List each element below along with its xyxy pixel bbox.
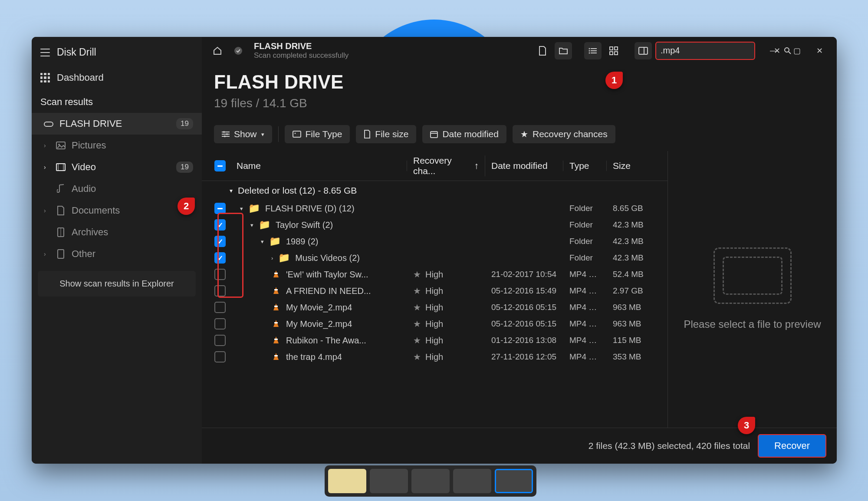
- column-date[interactable]: Date modified: [485, 161, 563, 171]
- file-type-filter[interactable]: File Type: [285, 125, 350, 143]
- recovery-value: High: [425, 319, 443, 329]
- file-icon-button[interactable]: [534, 42, 551, 59]
- sidebar-item-archives[interactable]: Archives: [32, 221, 202, 243]
- type-value: MP4 Vi...: [563, 270, 607, 279]
- row-name: the trap 4.mp4: [286, 352, 342, 362]
- row-checkbox[interactable]: [214, 219, 226, 231]
- column-type[interactable]: Type: [563, 161, 607, 171]
- select-all-checkbox[interactable]: [214, 160, 226, 171]
- scan-results-label: Scan results: [32, 91, 202, 113]
- other-icon: [56, 249, 66, 259]
- row-checkbox[interactable]: [214, 236, 226, 247]
- tree-caret-icon[interactable]: ▾: [261, 238, 264, 245]
- search-input[interactable]: [661, 46, 770, 56]
- minimize-button[interactable]: —: [767, 43, 780, 58]
- taskbar-thumb[interactable]: [411, 469, 450, 493]
- file-row[interactable]: 'Ew!' with Taylor Sw...★High21-02-2017 1…: [202, 266, 667, 283]
- folder-row[interactable]: ▾📁1989 (2)Folder42.3 MB: [202, 233, 667, 250]
- sidebar-dashboard[interactable]: Dashboard: [32, 64, 202, 91]
- date-value: 05-12-2016 15:49: [485, 286, 563, 296]
- menu-icon[interactable]: [40, 49, 50, 56]
- recovery-chances-filter[interactable]: ★ Recovery chances: [513, 125, 615, 143]
- column-name[interactable]: Name: [230, 161, 407, 171]
- taskbar-thumbnails: [325, 465, 536, 497]
- maximize-button[interactable]: ▢: [791, 43, 803, 58]
- type-value: Folder: [563, 253, 607, 263]
- taskbar-thumb[interactable]: [370, 469, 408, 493]
- tree-caret-icon[interactable]: ▾: [250, 222, 253, 228]
- file-row[interactable]: My Movie_2.mp4★High05-12-2016 05:15MP4 V…: [202, 316, 667, 332]
- taskbar-thumb[interactable]: [453, 469, 491, 493]
- star-icon: ★: [413, 302, 421, 313]
- svg-point-14: [589, 50, 590, 51]
- sidebar-item-label: FLASH DRIVE: [59, 118, 122, 129]
- file-row[interactable]: Rubikon - The Awa...★High01-12-2016 13:0…: [202, 332, 667, 349]
- row-checkbox[interactable]: [214, 285, 226, 297]
- folder-icon: 📁: [278, 252, 290, 264]
- folder-row[interactable]: ›📁Music Videos (2)Folder42.3 MB: [202, 250, 667, 266]
- row-checkbox[interactable]: [214, 351, 226, 363]
- date-value: 01-12-2016 13:08: [485, 336, 563, 345]
- star-icon: ★: [413, 286, 421, 296]
- star-icon: ★: [413, 269, 421, 280]
- home-button[interactable]: [209, 42, 226, 59]
- list-view-button[interactable]: [584, 42, 602, 59]
- size-value: 42.3 MB: [607, 220, 659, 230]
- column-recovery[interactable]: Recovery cha... ↑: [407, 155, 485, 176]
- file-row[interactable]: My Movie_2.mp4★High05-12-2016 05:15MP4 V…: [202, 299, 667, 316]
- row-checkbox[interactable]: [214, 269, 226, 280]
- sidebar-item-pictures[interactable]: › Pictures: [32, 135, 202, 156]
- svg-rect-32: [431, 132, 437, 138]
- folder-icon: 📁: [248, 203, 260, 214]
- star-icon: ★: [520, 129, 528, 139]
- folder-row[interactable]: ▾📁Taylor Swift (2)Folder42.3 MB: [202, 217, 667, 233]
- type-value: MP4 Vi...: [563, 286, 607, 296]
- file-size-filter[interactable]: File size: [356, 125, 416, 143]
- sidebar-item-audio[interactable]: Audio: [32, 178, 202, 200]
- date-modified-filter[interactable]: Date modified: [422, 125, 506, 143]
- taskbar-thumb[interactable]: [495, 469, 533, 493]
- preview-pane: Please select a file to preview: [667, 151, 837, 428]
- recover-button[interactable]: Recover: [758, 434, 826, 458]
- group-row[interactable]: ▾ Deleted or lost (12) - 8.65 GB: [202, 181, 667, 200]
- calendar-icon: [430, 130, 438, 138]
- show-filter[interactable]: Show ▾: [214, 125, 272, 143]
- svg-point-28: [226, 133, 228, 135]
- show-in-explorer-button[interactable]: Show scan results in Explorer: [38, 271, 196, 297]
- sidebar-item-flash-drive[interactable]: FLASH DRIVE 19: [32, 113, 202, 135]
- row-checkbox[interactable]: [214, 302, 226, 313]
- row-name: 'Ew!' with Taylor Sw...: [286, 270, 368, 280]
- row-checkbox[interactable]: [214, 335, 226, 346]
- tree-caret-icon[interactable]: ›: [271, 255, 273, 261]
- chevron-down-icon[interactable]: ▾: [210, 187, 233, 194]
- chevron-right-icon: ›: [44, 142, 50, 149]
- app-window: Disk Drill Dashboard Scan results FLASH …: [32, 37, 837, 464]
- size-value: 963 MB: [607, 303, 659, 312]
- tree-caret-icon[interactable]: ▾: [240, 205, 243, 212]
- svg-rect-3: [56, 164, 65, 171]
- sidebar-item-video[interactable]: › Video 19: [32, 156, 202, 178]
- grid-view-button[interactable]: [605, 42, 622, 59]
- date-value: 05-12-2016 05:15: [485, 319, 563, 329]
- row-checkbox[interactable]: [214, 252, 226, 264]
- show-label: Show: [234, 129, 257, 139]
- taskbar-thumb[interactable]: [328, 469, 366, 493]
- sidebar-item-other[interactable]: › Other: [32, 243, 202, 265]
- row-checkbox[interactable]: [214, 203, 226, 214]
- sidebar-badge: 19: [176, 118, 193, 129]
- close-button[interactable]: ✕: [814, 43, 825, 58]
- vlc-icon: [271, 270, 281, 279]
- file-row[interactable]: A FRIEND IN NEED...★High05-12-2016 15:49…: [202, 283, 667, 299]
- column-size[interactable]: Size: [607, 161, 659, 171]
- dashboard-icon: [40, 73, 50, 82]
- main-body: Name Recovery cha... ↑ Date modified Typ…: [202, 151, 837, 428]
- row-checkbox[interactable]: [214, 318, 226, 330]
- star-icon: ★: [413, 335, 421, 346]
- folder-icon-button[interactable]: [555, 42, 572, 59]
- search-box[interactable]: ✕: [655, 42, 755, 60]
- file-row[interactable]: the trap 4.mp4★High27-11-2016 12:05MP4 V…: [202, 349, 667, 365]
- folder-row[interactable]: ▾📁FLASH DRIVE (D) (12)Folder8.65 GB: [202, 200, 667, 217]
- sidebar-item-documents[interactable]: › Documents: [32, 200, 202, 221]
- status-text: 2 files (42.3 MB) selected, 420 files to…: [589, 441, 750, 451]
- preview-toggle-button[interactable]: [635, 42, 652, 59]
